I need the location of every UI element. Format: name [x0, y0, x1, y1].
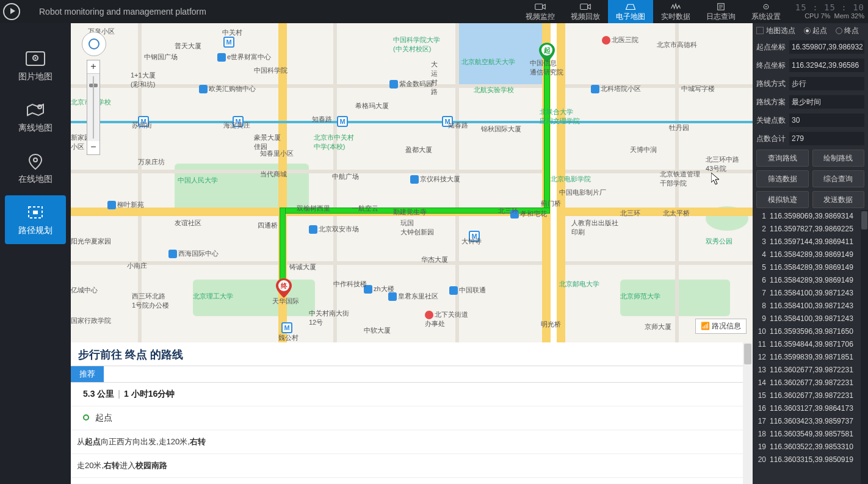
poi: 大钟寺: [461, 237, 482, 246]
coord-scrollbar[interactable]: [861, 210, 868, 484]
nav-video-monitor[interactable]: 视频监控: [518, 0, 563, 23]
total-points-input[interactable]: 279: [789, 132, 864, 145]
traffic-toggle[interactable]: 📶 路况信息: [695, 319, 747, 334]
nav-label: 实时数据: [661, 12, 690, 22]
sidebar-online-map[interactable]: 在线地图: [5, 144, 66, 193]
document-icon: [715, 2, 726, 11]
poi: 北京市高德科: [657, 40, 697, 49]
poi: 中国科学院: [254, 66, 288, 75]
coord-row[interactable]: 6116.3584289,39.9869149: [753, 274, 861, 287]
coord-row[interactable]: 2116.3597827,39.9869225: [753, 223, 861, 236]
nav-log[interactable]: 日志查询: [698, 0, 743, 23]
poi: 一航空云: [352, 204, 378, 213]
filter-data-button[interactable]: 筛选数据: [756, 170, 809, 187]
coord-row[interactable]: 11116.3594844,39.9871706: [753, 338, 861, 351]
coord-row[interactable]: 17116.3603423,39.9859737: [753, 415, 861, 428]
clock: 15 : 15 : 10: [792, 3, 864, 12]
zoom-in-button[interactable]: +: [87, 60, 99, 74]
sidebar-image-map[interactable]: 图片地图: [5, 42, 66, 90]
draw-route-button[interactable]: 绘制路线: [812, 150, 865, 167]
zoom-slider[interactable]: [87, 74, 99, 141]
coord-row[interactable]: 9116.3584100,39.9871243: [753, 312, 861, 325]
end-marker[interactable]: 终: [276, 278, 292, 298]
coord-row[interactable]: 16116.3603127,39.9864173: [753, 402, 861, 415]
poi: 双榆树西里: [297, 204, 330, 213]
poi: 国家行政学院: [71, 316, 111, 325]
poi: 北京铁道管理 干部学院: [660, 170, 700, 188]
poi: 北三环中路 43号院: [706, 155, 739, 173]
directions-start: 起点: [71, 406, 753, 430]
coord-row[interactable]: 3116.3597144,39.9869411: [753, 236, 861, 248]
poi: 知春里小区: [260, 149, 294, 158]
coord-row[interactable]: 14116.3602677,39.9872231: [753, 377, 861, 389]
send-data-button[interactable]: 发送数据: [812, 191, 865, 208]
poi: 北三环: [498, 206, 518, 215]
nav-settings[interactable]: 系统设置: [743, 0, 789, 23]
nav-realtime[interactable]: 实时数据: [653, 0, 698, 23]
coord-row[interactable]: 4116.3584289,39.9869149: [753, 248, 861, 261]
coord-row[interactable]: 12116.3599839,39.9871851: [753, 351, 861, 364]
sidebar-route-plan[interactable]: 路径规划: [5, 195, 66, 244]
query-route-button[interactable]: 查询路线: [756, 150, 809, 167]
route-plan-icon: [25, 203, 46, 222]
poi: 中钢国广场: [144, 52, 178, 62]
coord-row[interactable]: 10116.3593596,39.9871650: [753, 325, 861, 338]
coord-row[interactable]: 15116.3602677,39.9872231: [753, 389, 861, 402]
poi: 欧美汇购物中心: [199, 84, 256, 93]
coord-row[interactable]: 7116.3584100,39.9871243: [753, 287, 861, 300]
map-canvas[interactable]: 起 终 M M M M M M M 万泉小区 普天大厦 中钢国广场 e世界财富中…: [71, 23, 753, 342]
poi: 北航实验学校: [474, 85, 514, 95]
coord-row[interactable]: 13116.3602677,39.9872231: [753, 364, 861, 377]
coord-row[interactable]: 20116.3603315,39.9850919: [753, 453, 861, 466]
nav-video-playback[interactable]: 视频回放: [563, 0, 608, 23]
poi: 中国电影制片厂: [559, 188, 606, 197]
nav-label: 视频回放: [571, 12, 600, 22]
poi: 北京航空航天大学: [461, 57, 515, 67]
coord-row[interactable]: 18116.3603549,39.9857581: [753, 428, 861, 441]
directions-scrollbar[interactable]: [743, 342, 753, 484]
poi: 中关村南大街 12号: [309, 309, 349, 327]
checkbox-map-point[interactable]: [756, 27, 764, 34]
radio-start[interactable]: [804, 27, 811, 34]
cursor-icon: [711, 173, 720, 185]
poi: 柳叶新苑: [107, 200, 144, 209]
zoom-out-button[interactable]: −: [87, 141, 99, 154]
svg-text:起: 起: [543, 46, 551, 54]
poi: 中作科技楼: [333, 280, 367, 289]
nav-emap[interactable]: 电子地图: [608, 0, 653, 23]
poi: 普天大厦: [175, 42, 201, 51]
label: 终点坐标: [756, 60, 789, 71]
poi: 友谊社区: [175, 219, 201, 228]
keypoint-input[interactable]: 30: [789, 114, 864, 127]
poi: 紫金数码园: [389, 79, 433, 88]
poi: 北三环: [620, 209, 640, 218]
radio-end[interactable]: [836, 27, 842, 34]
end-coord-input[interactable]: 116.32942,39.96586: [789, 59, 864, 72]
poi: 西三环北路 1号院办公楼: [132, 292, 169, 310]
svg-point-7: [35, 57, 37, 59]
image-map-icon: [25, 49, 46, 68]
coord-list: 1116.3598069,39.98693142116.3597827,39.9…: [753, 210, 861, 466]
poi: 勤建觉生寺: [393, 208, 427, 217]
poi: 盈都大厦: [405, 145, 432, 154]
poi: 北医三院: [602, 35, 638, 45]
sidebar-offline-map[interactable]: 离线地图: [5, 93, 66, 142]
svg-rect-1: [580, 4, 588, 10]
poi: 北京理工大学: [193, 292, 233, 301]
simulate-track-button[interactable]: 模拟轨迹: [756, 191, 809, 208]
directions-panel: 步行前往 终点 的路线 推荐 5.3 公里|1 小时16分钟 起点 从起点向正西…: [71, 342, 753, 484]
label: 路线方式: [756, 79, 789, 89]
combo-query-button[interactable]: 综合查询: [812, 170, 865, 187]
poi: 知春路: [312, 115, 332, 124]
start-coord-input[interactable]: 16.359807,39.986932: [789, 40, 864, 54]
coord-row[interactable]: 8116.3584100,39.9871243: [753, 300, 861, 312]
poi: 中软大厦: [364, 326, 391, 335]
route-mode-select[interactable]: 步行: [789, 77, 864, 90]
coord-row[interactable]: 19116.3603522,39.9853310: [753, 441, 861, 453]
coord-row[interactable]: 1116.3598069,39.9869314: [753, 210, 861, 223]
poi: 苏州街: [132, 121, 152, 130]
coord-row[interactable]: 5116.3584289,39.9869149: [753, 261, 861, 274]
route-plan-select[interactable]: 最少时间: [789, 95, 864, 109]
map-pan-compass[interactable]: [82, 32, 106, 56]
directions-tab-recommended[interactable]: 推荐: [71, 366, 104, 382]
